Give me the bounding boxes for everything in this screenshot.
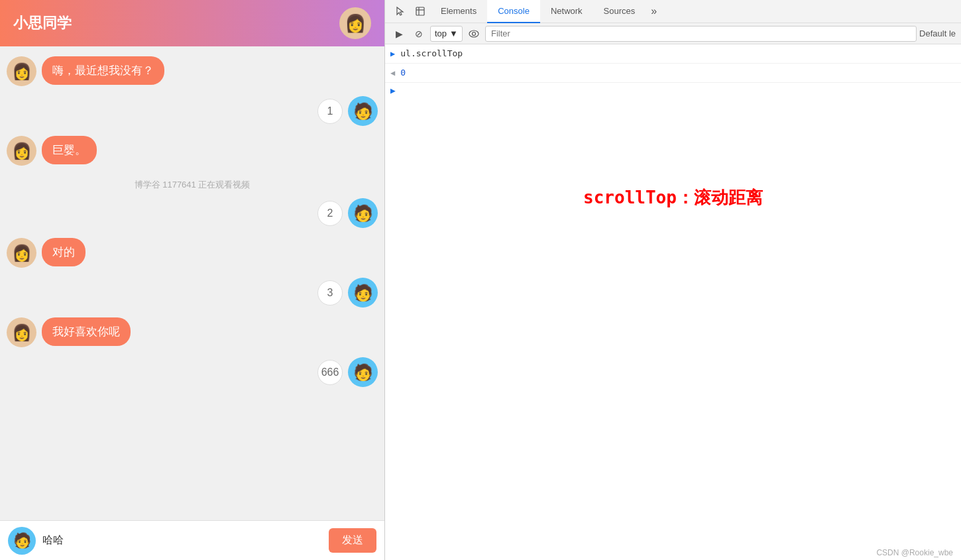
devtools-tabs: Elements Console Network Sources » <box>385 0 961 23</box>
input-avatar: 🧑 <box>8 527 36 555</box>
send-button[interactable]: 发送 <box>329 528 376 553</box>
message-row: 🧑 2 <box>7 198 378 228</box>
console-return-arrow: ◀ <box>390 66 395 80</box>
cursor-icon[interactable] <box>390 1 410 21</box>
default-levels-label: Default le <box>919 28 956 38</box>
number-badge: 666 <box>317 360 343 385</box>
console-expand-arrow[interactable]: ▶ <box>390 47 395 60</box>
chat-input-area: 🧑 发送 <box>0 520 384 560</box>
avatar: 👩 <box>7 56 36 86</box>
message-row: 👩 我好喜欢你呢 <box>7 317 378 347</box>
avatar: 🧑 <box>348 96 378 126</box>
filter-input[interactable] <box>485 26 917 42</box>
tab-elements[interactable]: Elements <box>430 0 487 23</box>
avatar: 🧑 <box>348 357 378 387</box>
chat-bubble: 对的 <box>42 238 85 266</box>
tab-console[interactable]: Console <box>487 0 540 23</box>
console-entry-output: ◀ 0 <box>385 64 961 83</box>
message-row: 👩 嗨，最近想我没有？ <box>7 56 378 86</box>
avatar: 👩 <box>7 136 36 166</box>
avatar: 👩 <box>7 238 36 268</box>
chat-messages[interactable]: 👩 嗨，最近想我没有？ 🧑 1 👩 巨婴。 博学谷 1177641 正在观看视频… <box>0 46 384 520</box>
avatar: 🧑 <box>348 198 378 228</box>
chat-bubble: 嗨，最近想我没有？ <box>42 56 164 85</box>
annotation-area: scrollTop：滚动距离 <box>385 98 961 297</box>
chat-title: 小思同学 <box>13 13 72 33</box>
header-avatar: 👩 <box>339 7 371 39</box>
number-badge: 2 <box>317 201 343 226</box>
console-command: ul.scrollTop <box>400 47 463 60</box>
stop-button[interactable]: ⊘ <box>410 25 427 42</box>
avatar: 🧑 <box>348 278 378 308</box>
chat-panel: 小思同学 👩 👩 嗨，最近想我没有？ 🧑 1 👩 巨婴。 博学谷 1177641… <box>0 0 384 560</box>
message-row: 👩 巨婴。 <box>7 136 378 166</box>
message-row: 👩 对的 <box>7 238 378 268</box>
devtools-panel: Elements Console Network Sources » ▶ ⊘ t… <box>384 0 961 560</box>
context-dropdown-icon: ▼ <box>449 28 458 38</box>
console-content: ▶ ul.scrollTop ◀ 0 ▶ scrollTop：滚动距离 <box>385 44 961 545</box>
chat-bubble: 我好喜欢你呢 <box>42 317 131 346</box>
eye-button[interactable] <box>465 25 482 42</box>
svg-point-4 <box>472 32 475 35</box>
message-row: 🧑 1 <box>7 96 378 126</box>
message-input[interactable] <box>42 535 322 547</box>
console-value: 0 <box>400 66 406 80</box>
chat-bubble: 巨婴。 <box>42 136 97 164</box>
message-row: 🧑 3 <box>7 278 378 308</box>
svg-point-3 <box>469 30 479 37</box>
svg-rect-0 <box>416 7 424 15</box>
console-input-line[interactable]: ▶ <box>385 83 961 98</box>
tab-network[interactable]: Network <box>540 0 593 23</box>
console-prompt: ▶ <box>390 85 396 95</box>
console-entry-input: ▶ ul.scrollTop <box>385 44 961 64</box>
chat-header: 小思同学 👩 <box>0 0 384 46</box>
scrolltop-annotation: scrollTop：滚动距离 <box>583 186 763 209</box>
avatar: 👩 <box>7 317 36 347</box>
message-row: 🧑 666 <box>7 357 378 387</box>
tab-sources[interactable]: Sources <box>593 0 646 23</box>
more-tabs-button[interactable]: » <box>646 1 662 21</box>
devtools-toolbar: ▶ ⊘ top ▼ Default le <box>385 23 961 44</box>
context-label: top <box>435 28 447 38</box>
context-selector[interactable]: top ▼ <box>430 26 463 42</box>
execute-button[interactable]: ▶ <box>390 25 408 42</box>
inspect-icon[interactable] <box>410 1 430 21</box>
csdn-watermark: CSDN @Rookie_wbe <box>385 545 961 560</box>
system-message: 博学谷 1177641 正在观看视频 <box>7 176 378 194</box>
number-badge: 1 <box>317 99 343 124</box>
number-badge: 3 <box>317 280 343 306</box>
